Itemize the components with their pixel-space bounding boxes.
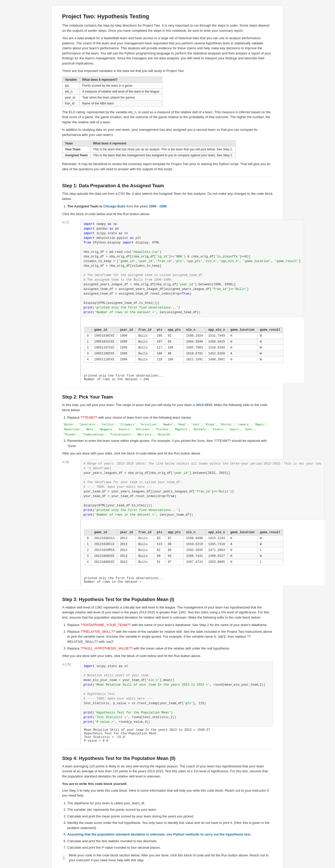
step4-section: Step 4: Hypothesis Test for the Populati… xyxy=(62,756,273,868)
step3-cell-label: In [25]: xyxy=(62,662,80,666)
step4-title: Step 4: Hypothesis Test for the Populati… xyxy=(62,756,273,761)
step1-assigned-team: The Assigned Team is Chicago Bulls from … xyxy=(67,204,273,209)
step3-output: Mean Relative Skill of your team In the … xyxy=(80,726,273,744)
step2-cell-label: In [8]: xyxy=(62,459,80,464)
intro-para-2: You are a data analyst for a basketball … xyxy=(62,36,273,66)
step3-instructions-list: Replace ??DATAFRAME_YOUR_TEAM?? with the… xyxy=(67,622,273,651)
intro-para-1: This notebook contains the step-by-step … xyxy=(62,23,273,33)
step2-section: Step 2: Pick Your Team In this step, you… xyxy=(62,394,273,585)
step1-code[interactable]: import numpy as np import pandas as pd i… xyxy=(80,219,304,317)
step2-code[interactable]: # Range of years: 2013-2015 (Note: The l… xyxy=(80,459,325,520)
step4-wi-5: Assuming that the population standard de… xyxy=(67,832,273,837)
elo-para: The ELO rating, represented by the varia… xyxy=(62,110,273,125)
step1-title: Step 1: Data Preparation & the Assigned … xyxy=(62,183,273,189)
step4-wi-3: Calculate and print the mean points scor… xyxy=(67,814,273,819)
reminder-para: Reminder: It may be beneficial to review… xyxy=(62,161,273,172)
step2-instr-3: Remember to enter the team name within s… xyxy=(67,438,273,448)
step2-title: Step 2: Pick Your Team xyxy=(62,394,273,400)
step1-description: This step uploads the data set from a CS… xyxy=(62,191,273,201)
team-col-header: Team xyxy=(62,141,91,147)
teams-table: Team What does it represent Your TeamThi… xyxy=(62,140,236,158)
step3-instr-3: Replace ??NULL_HYPOTHESIS_VALUE?? with t… xyxy=(67,646,273,651)
step1-click-text: Click the block of code below and hit th… xyxy=(62,212,273,217)
step2-cell-content[interactable]: # Range of years: 2013-2015 (Note: The l… xyxy=(80,459,325,585)
step1-years-highlight: 1996 - 1998 xyxy=(149,204,166,208)
step1-output-table: game_idyear_idfran_idptsopp_ptselo_nopp_… xyxy=(84,327,283,363)
step4-wi-4: Identify the mean score under the null h… xyxy=(67,820,273,830)
step4-wi-1: The dataframe for your team is called yo… xyxy=(67,801,273,806)
green-arrow-icon: ↓ xyxy=(62,853,66,861)
var-col-header: Variable xyxy=(62,76,80,83)
step3-description: A relative skill level of 1342 represent… xyxy=(62,605,273,620)
step2-instr-1: Replace ??TEAM?? with your choice of tea… xyxy=(67,415,273,420)
step4-wi-7: Calculate and print the P-value rounded … xyxy=(67,845,273,850)
step1-output-text: printed only the first five observations… xyxy=(80,372,304,383)
step1-cell-content[interactable]: import numpy as np import pandas as pd i… xyxy=(80,219,304,383)
step4-help-text: Use Step 3 to help you write this code b… xyxy=(62,788,273,798)
step2-output-table: game_idyear_idfran_idptsopp_ptselo_nopp_… xyxy=(84,529,283,565)
step4-write-your-code: Write your code in the code block sectio… xyxy=(69,853,273,863)
step3-cell-content[interactable]: import scipy.stats as st # Relative skil… xyxy=(80,662,273,744)
step2-cell: In [8]: # Range of years: 2013-2015 (Not… xyxy=(62,459,273,585)
step3-instr-1: Replace ??DATAFRAME_YOUR_TEAM?? with the… xyxy=(67,622,273,628)
step2-after-edits: After you are done with your edits, clic… xyxy=(62,451,273,456)
step4-wi-6: Calculate and print the test statistic r… xyxy=(67,839,273,844)
step2-output: game_idyear_idfran_idptsopp_ptselo_nopp_… xyxy=(80,520,325,575)
step4-you-write-label: You are to write this code block yoursel… xyxy=(62,781,273,786)
step3-cell: In [25]: import scipy.stats as st # Rela… xyxy=(62,662,273,744)
page-title: Project Two: Hypothesis Testing xyxy=(62,13,273,20)
variables-table: Variable What does it represent? ptsPoin… xyxy=(62,76,162,106)
step2-years: 2013-2015 xyxy=(196,403,212,407)
step2-output-text: printed only the first five observations… xyxy=(80,575,325,585)
team-desc-header: What does it represent xyxy=(90,141,236,147)
step3-instr-2: Replace ??RELATIVE_SKILL?? with the name… xyxy=(67,629,273,644)
step3-code[interactable]: import scipy.stats as st # Relative skil… xyxy=(80,662,273,726)
step3-title: Step 3: Hypothesis Test for the Populati… xyxy=(62,597,273,602)
step1-team-highlight: Chicago Bulls xyxy=(103,204,126,208)
step4-wi-2: The variable 'pts' represents the points… xyxy=(67,807,273,812)
step3-section: Step 3: Hypothesis Test for the Populati… xyxy=(62,597,273,744)
var-desc-header: What does it represent? xyxy=(80,76,162,83)
step4-description: A team averaging 110 points is likely to… xyxy=(62,764,273,779)
step4-write-section: ↓ Write your code in the code block sect… xyxy=(62,853,273,865)
intro-para-3: There are four important variables in th… xyxy=(62,68,273,73)
step3-after-edits: After you are done with your edits, clic… xyxy=(62,653,273,658)
step2-instr-2: 'Bucks', 'Cavaliers', 'Celtics', 'Clippe… xyxy=(63,422,273,437)
step1-output: game_idyear_idfran_idptsopp_ptselo_nopp_… xyxy=(80,317,304,372)
step2-instructions-list: Replace ??TEAM?? with your choice of tea… xyxy=(67,415,273,448)
step1-cell: In [7]: import numpy as np import pandas… xyxy=(62,219,273,383)
step2-description: In this step, you will pick your team. T… xyxy=(62,402,273,412)
in-addition-para: In addition to studying data on your own… xyxy=(62,127,273,137)
step1-cell-label: In [7]: xyxy=(62,219,80,224)
step4-write-instructions: The dataframe for your team is called yo… xyxy=(67,801,273,850)
step1-section: Step 1: Data Preparation & the Assigned … xyxy=(62,183,273,383)
